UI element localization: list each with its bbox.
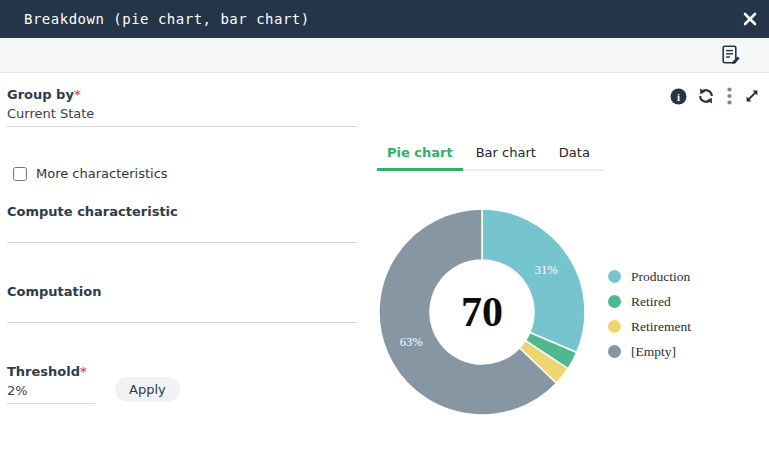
tab-data[interactable]: Data — [549, 140, 600, 171]
legend-swatch — [608, 320, 621, 333]
legend-label: [Empty] — [631, 344, 676, 360]
compute-characteristic-underline — [7, 242, 357, 243]
dialog-titlebar: Breakdown (pie chart, bar chart) — [0, 0, 769, 38]
more-characteristics-label[interactable]: More characteristics — [36, 166, 168, 181]
donut-center-total: 70 — [461, 289, 503, 335]
legend-item-production[interactable]: Production — [608, 264, 691, 289]
chart-actions: i — [669, 87, 761, 105]
more-characteristics-row: More characteristics — [13, 166, 168, 181]
refresh-icon[interactable] — [697, 87, 715, 105]
info-icon[interactable]: i — [669, 87, 687, 105]
threshold-input[interactable]: 2% — [7, 383, 28, 398]
legend-label: Retirement — [631, 319, 691, 335]
legend-item-retirement[interactable]: Retirement — [608, 314, 691, 339]
threshold-underline — [7, 403, 95, 404]
computation-underline — [7, 322, 357, 323]
legend-label: Retired — [631, 294, 671, 310]
group-by-underline — [7, 126, 357, 127]
threshold-label: Threshold* — [7, 364, 87, 379]
legend-swatch — [608, 295, 621, 308]
svg-text:i: i — [676, 91, 679, 103]
more-characteristics-checkbox[interactable] — [13, 167, 27, 181]
pie-chart: 31%63%70 — [372, 202, 592, 422]
slice-percent-label: 63% — [400, 335, 423, 349]
compute-characteristic-input[interactable] — [7, 212, 357, 242]
tab-pie-chart[interactable]: Pie chart — [377, 140, 463, 171]
legend-swatch — [608, 345, 621, 358]
kebab-menu-icon[interactable] — [725, 87, 733, 105]
group-by-select[interactable]: Current State — [7, 106, 94, 121]
close-icon[interactable] — [736, 0, 764, 38]
dialog-toolbar — [0, 38, 769, 73]
required-asterisk: * — [80, 364, 87, 379]
legend-label: Production — [631, 269, 690, 285]
group-by-label: Group by* — [7, 87, 81, 102]
required-asterisk: * — [74, 87, 81, 102]
breakdown-dialog: Breakdown (pie chart, bar chart) Group b… — [0, 0, 769, 463]
legend-item-empty[interactable]: [Empty] — [608, 339, 691, 364]
chart-tabs: Pie chart Bar chart Data — [377, 140, 603, 171]
tab-bar-chart[interactable]: Bar chart — [466, 140, 546, 171]
expand-icon[interactable] — [743, 87, 761, 105]
legend-item-retired[interactable]: Retired — [608, 289, 691, 314]
apply-button[interactable]: Apply — [115, 377, 180, 402]
slice-percent-label: 31% — [535, 263, 558, 277]
dialog-title: Breakdown (pie chart, bar chart) — [24, 11, 310, 27]
note-edit-icon[interactable] — [722, 45, 741, 69]
legend-swatch — [608, 270, 621, 283]
chart-legend: ProductionRetiredRetirement[Empty] — [608, 264, 691, 364]
computation-input[interactable] — [7, 292, 357, 322]
